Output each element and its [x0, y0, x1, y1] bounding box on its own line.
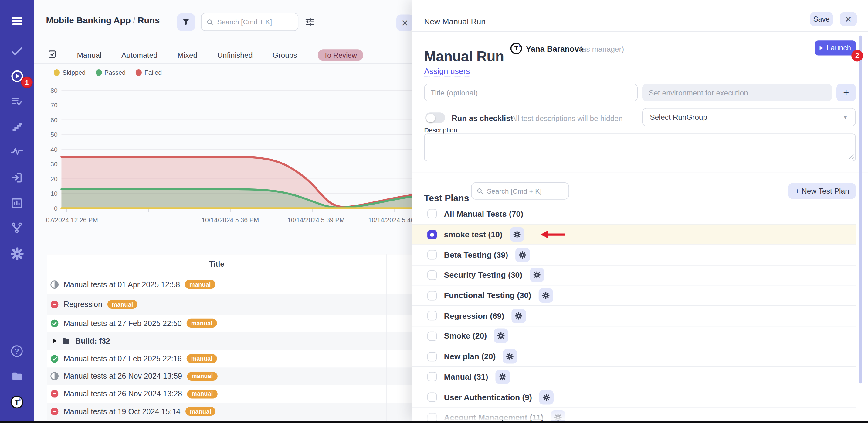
plan-settings-gear-icon[interactable]: [503, 349, 517, 363]
launch-button[interactable]: ▶Launch: [815, 40, 856, 55]
description-textarea[interactable]: [424, 134, 856, 161]
branch-icon[interactable]: [10, 221, 24, 234]
plan-checkbox[interactable]: [427, 209, 437, 219]
plan-checkbox[interactable]: [427, 413, 437, 420]
test-plan-row[interactable]: Functional Testing (30): [412, 285, 857, 305]
runs-search[interactable]: [201, 13, 298, 31]
tab-to-review[interactable]: To Review: [317, 49, 363, 61]
tab-manual[interactable]: Manual: [77, 51, 102, 59]
test-plans-search-input[interactable]: [487, 187, 564, 195]
test-plan-row[interactable]: Beta Testing (39): [412, 244, 857, 265]
run-title-input[interactable]: [424, 84, 638, 101]
plan-settings-gear-icon[interactable]: [509, 227, 524, 242]
chevron-down-icon: ▼: [842, 114, 848, 120]
plan-checkbox[interactable]: [427, 311, 437, 320]
add-environment-button[interactable]: +: [836, 84, 856, 101]
test-plan-row[interactable]: Account Management (11): [412, 407, 857, 420]
test-plan-row[interactable]: All Manual Tests (70): [412, 204, 857, 224]
table-row[interactable]: Manual tests at 27 Feb 2025 22:50 manual: [47, 314, 412, 332]
table-row-group[interactable]: Build: f32: [47, 332, 412, 350]
plan-checkbox[interactable]: [427, 392, 437, 402]
manager-avatar[interactable]: T: [510, 43, 522, 54]
plan-settings-gear-icon[interactable]: [495, 369, 509, 384]
expand-caret-icon[interactable]: [53, 339, 57, 343]
plan-checkbox[interactable]: [427, 332, 437, 341]
table-row[interactable]: Manual tests at 07 Feb 2025 22:16 manual: [47, 350, 412, 367]
table-row[interactable]: Manual tests at 19 Oct 2024 15:14 manual: [47, 403, 412, 420]
legend-passed[interactable]: Passed: [96, 69, 126, 76]
plan-settings-gear-icon[interactable]: [512, 309, 526, 323]
scrollbar[interactable]: [859, 35, 862, 384]
checklist-icon[interactable]: [10, 95, 24, 108]
window-bottom-edge: [0, 420, 868, 423]
test-plan-row[interactable]: Smoke (20): [412, 326, 857, 346]
svg-text:20: 20: [51, 175, 57, 182]
test-plan-row[interactable]: Regression (69): [412, 305, 857, 326]
columns-settings-icon[interactable]: [305, 17, 314, 29]
app-logo[interactable]: T: [10, 395, 24, 408]
plan-checkbox[interactable]: [427, 352, 437, 361]
plan-checkbox[interactable]: [427, 291, 437, 300]
tab-unfinished[interactable]: Unfinished: [217, 51, 252, 59]
environment-input[interactable]: [642, 84, 832, 101]
page-title: Manual Run: [424, 48, 504, 66]
svg-text:10/14/2024 5:46 PM: 10/14/2024 5:46 PM: [368, 216, 412, 223]
help-icon[interactable]: ?: [10, 344, 24, 358]
run-title: Manual tests at 01 Apr 2025 12:58: [64, 280, 180, 288]
legend-failed[interactable]: Failed: [136, 69, 162, 76]
panel-close-button[interactable]: ✕: [396, 14, 412, 31]
documents-folder-icon[interactable]: [10, 370, 24, 383]
tab-automated[interactable]: Automated: [121, 51, 157, 59]
table-row[interactable]: Regression manual: [47, 294, 412, 314]
save-button[interactable]: Save: [810, 12, 833, 26]
test-plan-row[interactable]: New plan (20): [412, 346, 857, 366]
filter-button[interactable]: [177, 13, 195, 31]
plan-settings-gear-icon[interactable]: [515, 248, 530, 262]
test-plan-row[interactable]: Manual (31): [412, 366, 857, 387]
plan-settings-gear-icon[interactable]: [530, 268, 544, 282]
activity-icon[interactable]: [10, 145, 24, 158]
plan-checkbox-checked[interactable]: [427, 230, 437, 239]
tab-mixed[interactable]: Mixed: [178, 51, 197, 59]
status-passed-icon: [51, 319, 59, 328]
plan-checkbox[interactable]: [427, 372, 437, 382]
plan-settings-gear-icon[interactable]: [538, 288, 553, 303]
runs-notification-badge: 1: [21, 77, 32, 88]
test-plan-row[interactable]: Security Testing (30): [412, 265, 857, 285]
test-plans-search[interactable]: [471, 182, 569, 200]
tests-check-icon[interactable]: [10, 45, 24, 58]
plan-checkbox[interactable]: [427, 250, 437, 259]
table-row[interactable]: Manual tests at 26 Nov 2024 13:28 manual: [47, 385, 412, 403]
rungroup-select[interactable]: Select RunGroup ▼: [642, 108, 856, 126]
search-input[interactable]: [217, 18, 292, 26]
legend-skipped[interactable]: Skipped: [54, 69, 86, 76]
select-runs-icon[interactable]: [48, 49, 57, 61]
import-icon[interactable]: [10, 171, 24, 184]
resize-grip-icon[interactable]: [848, 154, 854, 160]
table-row[interactable]: Manual tests at 01 Apr 2025 12:58 manual: [47, 274, 412, 294]
modal-close-button[interactable]: ✕: [840, 12, 857, 26]
new-test-plan-button[interactable]: + New Test Plan: [788, 183, 856, 199]
breadcrumb-project[interactable]: Mobile Banking App: [46, 16, 130, 25]
svg-text:0: 0: [54, 205, 58, 212]
plan-settings-gear-icon[interactable]: [551, 410, 565, 420]
run-as-checklist-toggle[interactable]: [425, 112, 445, 123]
table-row[interactable]: Manual tests at 26 Nov 2024 13:59 manual: [47, 367, 412, 385]
tab-groups[interactable]: Groups: [273, 51, 297, 59]
manual-badge: manual: [107, 300, 137, 309]
svg-text:10/14/2024 5:36 PM: 10/14/2024 5:36 PM: [202, 216, 259, 223]
status-failed-icon: [51, 300, 59, 308]
manual-badge: manual: [187, 354, 217, 363]
status-passed-icon: [51, 355, 59, 363]
plan-settings-gear-icon[interactable]: [494, 329, 508, 343]
test-plan-row[interactable]: User Authentication (9): [412, 387, 857, 407]
assign-users-link[interactable]: Assign users: [424, 66, 470, 77]
reports-icon[interactable]: [10, 196, 24, 210]
settings-gear-icon[interactable]: [10, 247, 24, 260]
plan-checkbox[interactable]: [427, 271, 437, 280]
menu-icon[interactable]: [10, 14, 24, 28]
steps-icon[interactable]: [10, 120, 24, 133]
title-column-header[interactable]: Title: [47, 260, 386, 268]
test-plan-row-selected[interactable]: smoke test (10): [412, 224, 857, 244]
plan-settings-gear-icon[interactable]: [539, 390, 554, 404]
